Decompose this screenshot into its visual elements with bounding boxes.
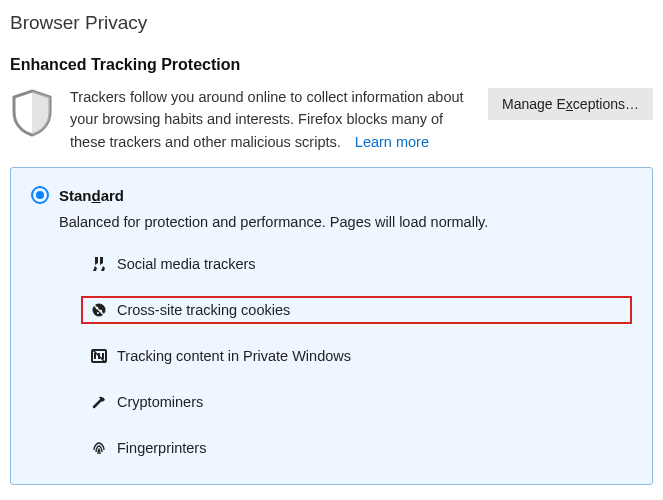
manage-exceptions-label-pre: Manage E <box>502 96 566 112</box>
fingerprint-icon <box>91 440 107 456</box>
tracker-label: Tracking content in Private Windows <box>117 348 351 364</box>
section-title: Enhanced Tracking Protection <box>10 56 653 74</box>
tracker-item-content: Tracking content in Private Windows <box>83 342 632 370</box>
card-title-post: ard <box>101 187 124 204</box>
card-title-pre: Stan <box>59 187 92 204</box>
standard-radio[interactable] <box>31 186 49 204</box>
standard-card[interactable]: Standard Balanced for protection and per… <box>10 167 653 485</box>
manage-exceptions-label-post: ceptions… <box>573 96 639 112</box>
social-trackers-icon <box>91 256 107 272</box>
card-header: Standard <box>31 186 632 204</box>
tracker-label: Social media trackers <box>117 256 256 272</box>
tracker-label: Fingerprinters <box>117 440 206 456</box>
intro-row: Trackers follow you around online to col… <box>10 86 653 153</box>
card-title: Standard <box>59 187 124 204</box>
cookie-icon <box>91 302 107 318</box>
shield-icon <box>10 86 54 141</box>
tracker-label: Cross-site tracking cookies <box>117 302 290 318</box>
svg-point-3 <box>97 312 99 314</box>
tracker-item-social: Social media trackers <box>83 250 632 278</box>
manage-exceptions-accesskey: x <box>566 96 573 112</box>
learn-more-link[interactable]: Learn more <box>355 134 429 150</box>
manage-exceptions-button[interactable]: Manage Exceptions… <box>488 88 653 120</box>
tracker-item-cookies: Cross-site tracking cookies <box>81 296 632 324</box>
tracker-label: Cryptominers <box>117 394 203 410</box>
tracker-item-crypto: Cryptominers <box>83 388 632 416</box>
page-title: Browser Privacy <box>10 12 653 34</box>
tracker-list: Social media trackers Cross-site trackin… <box>83 250 632 462</box>
tracker-item-fingerprint: Fingerprinters <box>83 434 632 462</box>
tracking-content-icon <box>91 348 107 364</box>
card-title-accesskey: d <box>92 187 101 204</box>
card-description: Balanced for protection and performance.… <box>59 214 632 230</box>
cryptominers-icon <box>91 394 107 410</box>
intro-text: Trackers follow you around online to col… <box>70 86 472 153</box>
